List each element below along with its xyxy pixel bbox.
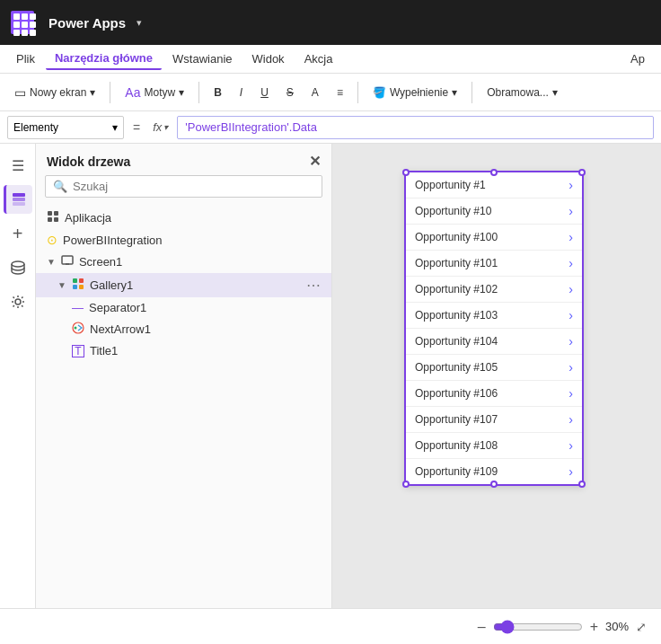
tree-item-screen1[interactable]: ▼ Screen1: [36, 251, 331, 273]
fx-button[interactable]: fx ▾: [149, 120, 172, 134]
gallery-item-6[interactable]: Opportunity #104 ›: [406, 329, 582, 355]
gallery-item-label-8: Opportunity #106: [415, 387, 498, 400]
handle-bm[interactable]: [490, 481, 498, 488]
gallery-item-arrow-0: ›: [568, 178, 573, 192]
tree-item-nextarrow1[interactable]: NextArrow1: [36, 318, 331, 340]
ribbon-plik[interactable]: Plik: [7, 49, 44, 69]
bold-button[interactable]: B: [207, 83, 229, 102]
svg-rect-7: [48, 217, 52, 222]
gallery-item-arrow-11: ›: [568, 464, 573, 479]
screen-icon: [61, 254, 74, 269]
gallery-item-arrow-2: ›: [568, 230, 573, 244]
screen-icon: ▭: [14, 85, 26, 100]
formula-bar: Elementy ▾ = fx ▾ 'PowerBIIntegration'.D…: [0, 111, 661, 144]
italic-button[interactable]: I: [233, 83, 250, 102]
strikethrough-button[interactable]: S: [279, 83, 301, 102]
equals-symbol: =: [129, 120, 144, 135]
gallery-item-arrow-3: ›: [568, 256, 573, 270]
gallery-item-0[interactable]: Opportunity #1 ›: [406, 172, 582, 198]
gallery-item-1[interactable]: Opportunity #10 ›: [406, 198, 582, 225]
handle-tm[interactable]: [490, 169, 498, 176]
fill-button[interactable]: 🪣 Wypełnienie ▾: [366, 83, 464, 102]
gallery-item-2[interactable]: Opportunity #100 ›: [406, 225, 582, 251]
sidebar-menu-icon[interactable]: ☰: [4, 151, 32, 180]
tree-item-title1[interactable]: T Title1: [36, 340, 331, 361]
gallery-item-arrow-9: ›: [568, 412, 573, 427]
tree-search-box[interactable]: 🔍: [45, 175, 322, 198]
gallery-item-7[interactable]: Opportunity #105 ›: [406, 355, 582, 381]
gallery-item-arrow-10: ›: [568, 438, 573, 453]
powerbi-icon: ⊙: [47, 233, 57, 247]
tree-item-separator1[interactable]: — Separator1: [36, 297, 331, 318]
ribbon-widok[interactable]: Widok: [243, 49, 294, 69]
gallery-item-10[interactable]: Opportunity #108 ›: [406, 433, 582, 459]
tree-item-gallery1[interactable]: ▼ Gallery1 ⋯: [36, 273, 331, 297]
font-color-button[interactable]: A: [304, 83, 326, 102]
gallery-item-label-7: Opportunity #105: [415, 361, 498, 374]
formula-input[interactable]: 'PowerBIIntegration'.Data: [177, 116, 654, 139]
screen-chevron: ▼: [47, 257, 56, 267]
canvas-area[interactable]: Opportunity #1 › Opportunity #10 › Oppor…: [332, 144, 661, 608]
gallery-item-5[interactable]: Opportunity #103 ›: [406, 303, 582, 329]
app-chevron[interactable]: ▾: [137, 17, 142, 29]
zoom-slider[interactable]: [493, 620, 583, 634]
ribbon-narzedzia[interactable]: Narzędzia główne: [46, 48, 162, 70]
sidebar-settings-icon[interactable]: [4, 287, 32, 316]
separator-icon: —: [72, 301, 84, 314]
main-area: ☰ + Widok drzewa ✕ 🔍 Aplikacja: [0, 144, 661, 608]
svg-rect-0: [13, 193, 25, 197]
search-input[interactable]: [73, 180, 314, 193]
sidebar-data-icon[interactable]: [4, 253, 32, 282]
sidebar-layers-icon[interactable]: [4, 185, 32, 214]
underline-button[interactable]: U: [253, 83, 276, 102]
zoom-plus-button[interactable]: +: [590, 619, 598, 635]
app-title: Power Apps: [48, 15, 126, 31]
gallery-item-9[interactable]: Opportunity #107 ›: [406, 407, 582, 433]
tree-item-powerbi[interactable]: ⊙ PowerBIIntegration: [36, 229, 331, 251]
gallery-item-label-4: Opportunity #102: [415, 283, 498, 296]
ribbon-ap[interactable]: Ap: [621, 49, 654, 69]
fx-chevron: ▾: [163, 122, 168, 132]
zoom-minus-button[interactable]: –: [478, 619, 486, 635]
toolbar: ▭ Nowy ekran ▾ Aa Motyw ▾ B I U S A ≡ 🪣 …: [0, 74, 661, 111]
grid-icon: [47, 210, 59, 225]
gallery-item-8[interactable]: Opportunity #106 ›: [406, 381, 582, 407]
gallery-item-4[interactable]: Opportunity #102 ›: [406, 277, 582, 303]
svg-rect-11: [73, 278, 77, 283]
handle-tr[interactable]: [578, 169, 586, 176]
toolbar-sep-4: [472, 82, 472, 103]
handle-br[interactable]: [578, 481, 586, 488]
svg-rect-1: [13, 198, 25, 201]
ribbon-akcja[interactable]: Akcja: [295, 49, 342, 69]
gallery-item-label-3: Opportunity #101: [415, 257, 498, 269]
gallery-item-arrow-1: ›: [568, 204, 573, 218]
handle-tl[interactable]: [402, 169, 410, 176]
gallery-item-arrow-8: ›: [568, 386, 573, 401]
align-button[interactable]: ≡: [330, 83, 350, 102]
gallery1-more-icon[interactable]: ⋯: [306, 277, 321, 294]
handle-bl[interactable]: [402, 481, 410, 488]
theme-button[interactable]: Aa Motyw ▾: [118, 82, 191, 103]
border-button[interactable]: Obramowa... ▾: [480, 83, 565, 102]
new-screen-button[interactable]: ▭ Nowy ekran ▾: [7, 82, 102, 103]
tree-item-aplikacja[interactable]: Aplikacja: [36, 207, 331, 229]
ribbon-wstawianie[interactable]: Wstawianie: [163, 49, 241, 69]
gallery-widget[interactable]: Opportunity #1 › Opportunity #10 › Oppor…: [404, 171, 584, 486]
zoom-bar: – + 30% ⤢: [0, 608, 661, 644]
tree-close-icon[interactable]: ✕: [309, 153, 321, 170]
element-dropdown[interactable]: Elementy ▾: [7, 116, 124, 139]
gallery-item-3[interactable]: Opportunity #101 ›: [406, 251, 582, 277]
screen1-label: Screen1: [79, 255, 321, 269]
sidebar-add-icon[interactable]: +: [4, 219, 32, 248]
nextarrow1-label: NextArrow1: [90, 322, 321, 336]
gallery-item-arrow-5: ›: [568, 308, 573, 322]
svg-rect-2: [13, 202, 25, 206]
gallery1-label: Gallery1: [90, 278, 301, 292]
theme-icon: Aa: [125, 85, 140, 100]
gallery-item-label-10: Opportunity #108: [415, 439, 498, 452]
zoom-expand-icon[interactable]: ⤢: [636, 620, 647, 634]
svg-rect-12: [79, 278, 84, 283]
title1-label: Title1: [90, 344, 321, 357]
waffle-icon[interactable]: [11, 11, 34, 34]
gallery-item-label-0: Opportunity #1: [415, 179, 486, 191]
